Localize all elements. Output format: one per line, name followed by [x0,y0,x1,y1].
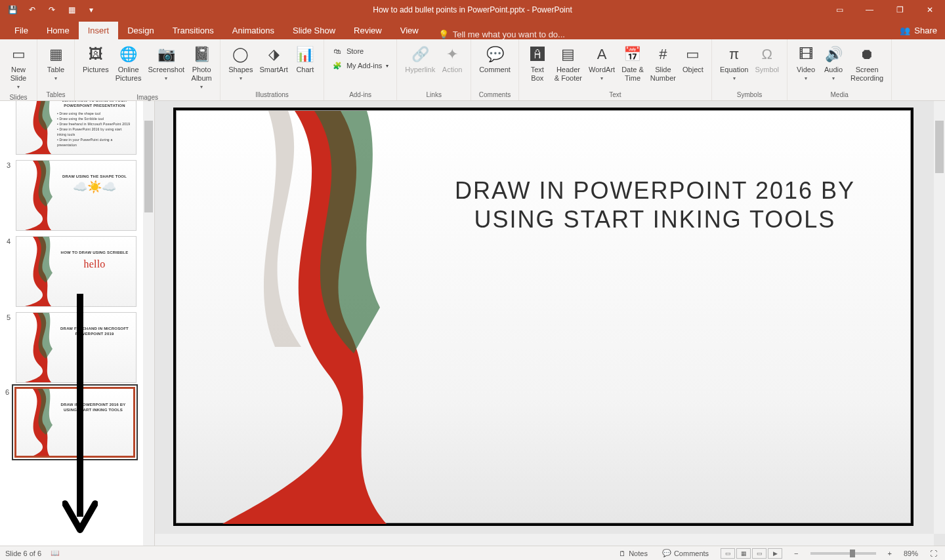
hyperlink-icon: 🔗 [410,43,430,64]
dropdown-icon: ▾ [17,83,20,91]
ribbon-group-slides: ▭NewSlide▾Slides [0,39,37,100]
tab-animations[interactable]: Animations [223,22,284,39]
sorter-view-icon[interactable]: ▦ [736,548,751,559]
slide-thumbnail-5[interactable]: 5DRAW FREEHAND IN MICROSOFT POWERPOINT 2… [0,310,154,386]
slide-editor-area: DRAW IN POWERPOINT 2016 BY USING START I… [155,101,945,546]
comments-icon: 💬 [662,549,671,557]
dropdown-icon: ▾ [733,74,736,83]
header-footer-button[interactable]: ▤Header& Footer [552,42,585,90]
slide-thumbnail-6[interactable]: 6DRAW IN POWERPOINT 2016 BY USING START … [0,386,154,459]
text-box-icon: 🅰 [527,43,548,64]
symbol-button: ΩSymbol [752,42,782,90]
tab-home[interactable]: Home [37,22,79,39]
pictures-button[interactable]: 🖼Pictures [80,42,112,92]
dropdown-icon: ▾ [200,83,203,91]
close-icon[interactable]: ✕ [915,0,945,20]
tab-design[interactable]: Design [118,22,163,39]
dropdown-icon: ▾ [832,74,835,83]
group-label: Tables [43,90,69,100]
document-title: How to add bullet points in PowerPoint.p… [373,5,572,14]
screenshot-button[interactable]: 📷Screenshot▾ [146,42,188,92]
slide-number-icon: # [652,43,673,64]
action-icon: ✦ [442,43,463,64]
chart-button[interactable]: 📊Chart [292,42,318,90]
tab-view[interactable]: View [391,22,428,39]
slideshow-view-icon[interactable]: ▶ [768,548,782,559]
chart-icon: 📊 [295,43,316,64]
comment-icon: 💬 [484,43,505,64]
quick-access-toolbar: 💾 ↶ ↷ ▦ ▾ [0,4,97,16]
reading-view-icon[interactable]: ▭ [752,548,766,559]
shapes-button[interactable]: ◯Shapes▾ [226,42,255,90]
group-label: Media [793,90,886,100]
equation-icon: π [724,43,745,64]
notes-button[interactable]: 🗒 Notes [616,550,650,557]
save-icon[interactable]: 💾 [7,4,18,16]
ribbon-group-add-ins: 🛍Store🧩My Add-ins ▾Add-ins [324,39,397,100]
group-label: Illustrations [226,90,318,100]
zoom-level[interactable]: 89% [904,550,918,557]
minimize-icon[interactable]: — [854,0,885,20]
video-button[interactable]: 🎞Video▾ [793,42,819,90]
normal-view-icon[interactable]: ▭ [721,548,735,559]
slide-canvas[interactable]: DRAW IN POWERPOINT 2016 BY USING START I… [176,110,911,523]
notes-icon: 🗒 [619,550,626,557]
ribbon-group-tables: ▦Table▾Tables [37,39,75,100]
audio-icon: 🔊 [823,43,844,64]
table-button[interactable]: ▦Table▾ [43,42,69,90]
redo-icon[interactable]: ↷ [46,4,58,16]
slide-thumbnail-3[interactable]: 3DRAW USING THE SHAPE TOOL☁️☀️☁️ [0,157,154,233]
ribbon-display-options-icon[interactable]: ▭ [824,0,854,20]
screen-recording-button[interactable]: ⏺ScreenRecording [848,42,886,90]
ribbon: ▭NewSlide▾Slides▦Table▾Tables🖼Pictures🌐O… [0,39,945,101]
tab-file[interactable]: File [5,22,37,39]
hyperlink-button: 🔗Hyperlink [402,42,438,90]
symbol-icon: Ω [757,43,778,64]
my-addins-button[interactable]: 🧩My Add-ins ▾ [329,59,391,72]
comments-button[interactable]: 💬 Comments [660,549,711,557]
horizontal-scrollbar[interactable] [155,534,934,546]
zoom-slider[interactable] [810,552,876,555]
share-button[interactable]: 👥 Share [892,22,945,39]
action-button: ✦Action [439,42,465,90]
online-pictures-button[interactable]: 🌐OnlinePictures [113,42,144,92]
slide-ribbon-graphic [216,111,400,524]
dropdown-icon: ▾ [240,74,242,83]
tell-me-search[interactable]: 💡 Tell me what you want to do... [433,30,570,39]
wordart-button[interactable]: AWordArt▾ [586,42,618,90]
zoom-out-button[interactable]: − [791,550,801,557]
smartart-button[interactable]: ⬗SmartArt [257,42,290,90]
ribbon-group-links: 🔗Hyperlink✦ActionLinks [397,39,471,100]
new-slide-button[interactable]: ▭NewSlide▾ [5,42,32,92]
dropdown-icon: ▾ [165,74,167,83]
tab-review[interactable]: Review [345,22,391,39]
audio-button[interactable]: 🔊Audio▾ [820,42,847,90]
store-button[interactable]: 🛍Store [329,45,391,58]
qat-dropdown-icon[interactable]: ▾ [85,4,97,16]
slide-thumbnail-2[interactable]: 2LEARN HOW TO DRAW IN YOUR POWERPOINT PR… [0,101,154,157]
ribbon-group-comments: 💬CommentComments [471,39,519,100]
fit-to-window-icon[interactable]: ⛶ [927,550,940,557]
thumbnail-scrollbar[interactable] [143,101,154,546]
comment-button[interactable]: 💬Comment [476,42,513,90]
slide-number-button[interactable]: #SlideNumber [648,42,679,90]
text-box-button[interactable]: 🅰TextBox [524,42,551,90]
photo-album-button[interactable]: 📓PhotoAlbum▾ [188,42,215,92]
object-button[interactable]: ▭Object [680,42,706,90]
equation-button[interactable]: πEquation▾ [717,42,751,90]
ribbon-group-symbols: πEquation▾ΩSymbolSymbols [712,39,788,100]
date-time-button[interactable]: 📅Date &Time [619,42,646,90]
undo-icon[interactable]: ↶ [26,4,38,16]
bulb-icon: 💡 [438,30,449,39]
tab-insert[interactable]: Insert [79,22,119,39]
slide-title-text[interactable]: DRAW IN POWERPOINT 2016 BY USING START I… [439,176,871,234]
tab-slide-show[interactable]: Slide Show [284,22,345,39]
spellcheck-icon[interactable]: 📖 [51,549,60,557]
slide-thumbnail-4[interactable]: 4HOW TO DRAW USING SCRIBBLEhello [0,233,154,310]
start-from-beginning-icon[interactable]: ▦ [66,4,77,16]
maximize-icon[interactable]: ❐ [885,0,915,20]
vertical-scrollbar[interactable] [934,101,945,534]
tab-transitions[interactable]: Transitions [163,22,223,39]
window-controls: ▭ — ❐ ✕ [824,0,945,20]
zoom-in-button[interactable]: + [885,550,894,557]
